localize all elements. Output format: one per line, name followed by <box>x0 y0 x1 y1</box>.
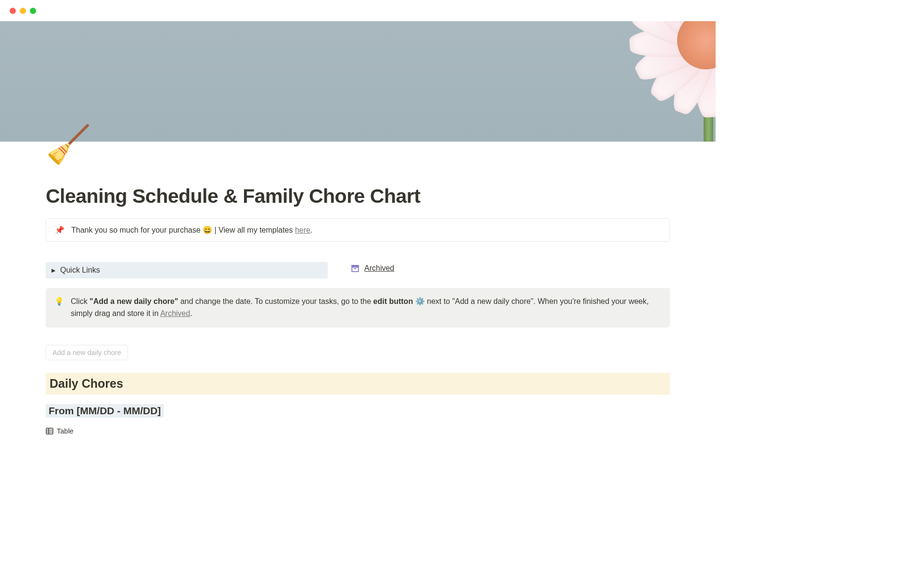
window-titlebar <box>0 0 716 21</box>
callout-text-before: Thank you so much for your purchase 😄 | … <box>71 226 295 234</box>
minimize-window-button[interactable] <box>20 8 26 14</box>
svg-rect-0 <box>351 265 359 266</box>
templates-here-link[interactable]: here <box>295 226 310 234</box>
page-cover[interactable] <box>0 21 716 142</box>
table-icon <box>46 427 53 435</box>
svg-rect-2 <box>354 268 357 269</box>
thank-you-callout[interactable]: 📌 Thank you so much for your purchase 😄 … <box>46 218 670 242</box>
lightbulb-icon: 💡 <box>54 296 64 320</box>
quick-links-toggle[interactable]: ▶ Quick Links <box>46 262 328 278</box>
quick-links-label: Quick Links <box>60 266 100 275</box>
date-range-heading[interactable]: From [MM/DD - MM/DD] <box>46 404 164 418</box>
archived-label: Archived <box>364 264 394 273</box>
toggle-arrow-icon: ▶ <box>51 267 55 274</box>
archived-inline-link[interactable]: Archived <box>160 309 190 317</box>
table-view-tab[interactable]: Table <box>46 427 74 435</box>
add-daily-chore-button[interactable]: Add a new daily chore <box>46 345 128 360</box>
page-title[interactable]: Cleaning Schedule & Family Chore Chart <box>46 185 670 208</box>
page-icon[interactable]: 🧹 <box>46 123 91 166</box>
bold-add-chore: "Add a new daily chore" <box>90 297 178 305</box>
callout-text-after: . <box>310 226 312 234</box>
instructions-text: Click "Add a new daily chore" and change… <box>71 296 661 320</box>
svg-rect-3 <box>46 428 53 434</box>
pushpin-icon: 📌 <box>55 225 64 235</box>
archived-link[interactable]: Archived <box>351 264 394 273</box>
daily-chores-heading[interactable]: Daily Chores <box>46 373 670 394</box>
callout-text: Thank you so much for your purchase 😄 | … <box>71 225 312 235</box>
close-window-button[interactable] <box>10 8 16 14</box>
archive-icon <box>351 264 359 273</box>
maximize-window-button[interactable] <box>30 8 36 14</box>
instructions-callout[interactable]: 💡 Click "Add a new daily chore" and chan… <box>46 288 670 328</box>
bold-edit-button: edit button <box>371 297 413 305</box>
page-content: Cleaning Schedule & Family Chore Chart 📌… <box>0 142 716 437</box>
table-view-label: Table <box>57 427 74 435</box>
svg-rect-1 <box>352 267 359 272</box>
